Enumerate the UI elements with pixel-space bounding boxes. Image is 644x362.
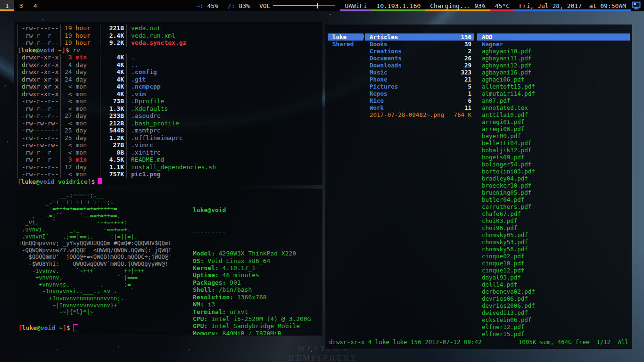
terminal-window-ls[interactable]: -rw-r--r--19 hour221Bveda.out-rw-r--r--1… xyxy=(14,22,322,185)
ranger-dir-item[interactable]: Documents26 xyxy=(365,55,474,62)
workspace-1-label: 1 xyxy=(5,2,9,9)
ranger-parent-item[interactable]: luke xyxy=(328,33,363,41)
ranger-preview-item[interactable]: broecker10.pdf xyxy=(477,182,630,189)
ranger-dir-item[interactable]: Downloads29 xyxy=(365,62,474,69)
ranger-preview-item[interactable]: allentoft15.pdf xyxy=(477,83,630,90)
ranger-preview-item[interactable]: bogels09.pdf xyxy=(477,154,630,161)
ranger-preview-item[interactable]: cinque12.pdf xyxy=(477,267,630,274)
ranger-preview-item[interactable]: anttila10.pdf xyxy=(477,111,630,118)
ranger-preview-item[interactable]: dell14.pdf xyxy=(477,281,630,288)
ls-row: -rw-r--r--19 hour221Bveda.out xyxy=(17,25,322,32)
shell-prompt: [luke@void voidrice]$ xyxy=(17,178,322,186)
ls-row: -rw-r--r-- < mon1.3K.Xdefaults xyxy=(17,105,322,113)
battery-underline xyxy=(425,9,490,11)
ls-row: -rw-rw-rw- < mon212B.bash_profile xyxy=(17,120,322,127)
ranger-preview-item[interactable]: eckstein06.pdf xyxy=(477,316,630,323)
ranger-parent-pane: lukeShared xyxy=(328,33,363,48)
ranger-preview-item[interactable]: cinque10.pdf xyxy=(477,260,630,267)
ranger-preview-item[interactable]: dwivedi13.pdf xyxy=(477,309,630,316)
ranger-preview-item[interactable]: agbayani16.pdf xyxy=(477,69,630,76)
neofetch-field: Terminal: urxvt xyxy=(193,308,311,315)
ranger-preview-item[interactable]: dayal93.pdf xyxy=(477,274,630,281)
ranger-preview-item[interactable]: butler04.pdf xyxy=(477,196,630,203)
battery-indicator: Charging... 93% xyxy=(425,0,490,11)
ranger-preview-item[interactable]: bortolini03.pdf xyxy=(477,168,630,175)
ranger-preview-item[interactable]: agbayani10.pdf xyxy=(477,48,630,55)
monitor-icon[interactable] xyxy=(631,0,644,11)
workspace-4[interactable]: 4 xyxy=(28,0,42,11)
volume-indicator[interactable]: VOL xyxy=(255,0,340,11)
datetime-value: Fri, Jul 28, 2017 at 09:50AM xyxy=(519,2,626,9)
ranger-preview-item[interactable]: bruening05.pdf xyxy=(477,189,630,196)
ranger-preview-item[interactable]: chomsky56.pdf xyxy=(477,246,630,253)
ranger-preview-item[interactable]: cinque02.pdf xyxy=(477,253,630,260)
ranger-preview-item[interactable]: carruthers.pdf xyxy=(477,203,630,210)
ranger-preview-item[interactable]: choi03.pdf xyxy=(477,217,630,224)
ranger-preview-item[interactable]: elfner15.pdf xyxy=(477,330,630,337)
neofetch-fields: Model: 4290W3X ThinkPad X220OS: Void Lin… xyxy=(193,250,311,336)
ranger-preview-item[interactable]: elfner12.pdf xyxy=(477,323,630,330)
ls-row: -rw-r--r--19 hour9.2Kveda.synctex.gz xyxy=(17,39,322,47)
ranger-preview-item[interactable]: agbayani11.pdf xyxy=(477,55,630,62)
volume-slider-fill xyxy=(273,5,316,6)
workspace-1[interactable]: 1 xyxy=(0,0,14,11)
ranger-preview-item[interactable]: chomsky53.pdf xyxy=(477,239,630,246)
ranger-preview-item[interactable]: chafe67.pdf xyxy=(477,210,630,217)
ranger-dir-item[interactable]: Articles156 xyxy=(365,33,474,41)
ranger-preview-item[interactable]: belletti04.pdf xyxy=(477,140,630,147)
ranger-preview-item[interactable]: Wagner xyxy=(477,41,630,48)
ranger-window[interactable]: luke@void ~/Articles lukeShared Articles… xyxy=(325,25,632,349)
neofetch-field: GPU: Intel Sandybridge Mobile xyxy=(193,322,311,329)
neofetch-field: Kernel: 4.10.17_1 xyxy=(193,264,311,272)
ranger-dir-item[interactable]: Books39 xyxy=(365,41,474,48)
neofetch-info: luke@void --------- Model: 4290W3X Think… xyxy=(193,192,311,336)
ranger-preview-item[interactable]: bradley04.pdf xyxy=(477,175,630,182)
neofetch-underline: --------- xyxy=(193,228,226,235)
ls-row: drwxr-xr-x 3 min4K. xyxy=(17,54,322,61)
ls-row: -rw-r--r-- < mon73B.Rprofile xyxy=(17,98,322,105)
ranger-preview-item[interactable]: annotated.tex xyxy=(477,104,630,111)
datetime-underline xyxy=(514,9,631,11)
ls-row: drwxr-xr-x24 day4K.git xyxy=(17,76,322,83)
ranger-preview-item[interactable]: almutairi14.pdf xyxy=(477,90,630,97)
ranger-dir-item[interactable]: Repos1 xyxy=(365,90,474,97)
ranger-parent-item[interactable]: Shared xyxy=(328,41,363,48)
neofetch-field: Model: 4290W3X ThinkPad X220 xyxy=(193,250,311,257)
ranger-preview-item[interactable]: chomsky05.pdf xyxy=(477,231,630,239)
ranger-dir-item[interactable]: Rice6 xyxy=(365,97,474,104)
datetime-indicator: Fri, Jul 28, 2017 at 09:50AM xyxy=(514,0,631,11)
ranger-preview-item[interactable]: bobaljik12.pdf xyxy=(477,147,630,154)
workspace-3[interactable]: 3 xyxy=(14,0,28,11)
ranger-preview-item[interactable]: agbayani12.pdf xyxy=(477,62,630,69)
ranger-preview-item[interactable]: arregi06.pdf xyxy=(477,125,630,132)
ranger-preview-item[interactable]: choi96.pdf xyxy=(477,224,630,231)
ls-row: drwxr-xr-x 4 day4K.. xyxy=(17,61,322,69)
ranger-dir-item[interactable]: Work11 xyxy=(365,104,474,111)
ranger-preview-item[interactable]: devries2006.pdf xyxy=(477,302,630,309)
ranger-preview-item[interactable]: bayer00.pdf xyxy=(477,132,630,140)
ls-row: -rw-r--r-- < mon8B.xinitrc xyxy=(17,149,322,156)
ranger-dir-item[interactable]: Phone21 xyxy=(365,76,474,83)
root-value: 83% xyxy=(235,2,250,9)
ranger-preview-item[interactable]: arregi01.pdf xyxy=(477,118,630,125)
ls-row: -rw-r--r-- < mon757Kpic1.png xyxy=(17,171,322,178)
ls-row: -rw-r--r--27 day233B.asoudrc xyxy=(17,112,322,120)
ranger-dir-item[interactable]: Music323 xyxy=(365,69,474,76)
wifi-ssid: UAWiFi xyxy=(345,2,367,9)
ip-indicator: 10.193.1.160 xyxy=(372,0,425,11)
ranger-dir-item[interactable]: Pictures5 xyxy=(365,83,474,90)
ranger-dir-item[interactable]: Creations2 xyxy=(365,48,474,55)
ranger-preview-item[interactable]: aghaei06.pdf xyxy=(477,76,630,83)
ls-row: drwxr-xr-x < mon4K.vim xyxy=(17,90,322,98)
ranger-preview-item[interactable]: an07.pdf xyxy=(477,97,630,104)
ranger-preview-item[interactable]: derbeneva02.pdf xyxy=(477,288,630,295)
root-label: /: xyxy=(228,2,235,9)
ranger-status-summary: 1005K sum, 464G free 1/12 All xyxy=(519,338,628,346)
ranger-preview-item[interactable]: bolinger54.pdf xyxy=(477,161,630,168)
temperature-value: 45°C xyxy=(495,2,510,9)
terminal-window-neofetch[interactable]: __.;=====;.__ _.=+==++=++=+=+===;. -=+++… xyxy=(14,189,322,336)
ranger-dir-item[interactable]: 2017-07-28-09482~.png764 K xyxy=(365,111,474,118)
ranger-preview-item[interactable]: devries06.pdf xyxy=(477,295,630,302)
ranger-preview-item[interactable]: ADD xyxy=(477,33,630,41)
volume-slider[interactable] xyxy=(273,3,335,8)
